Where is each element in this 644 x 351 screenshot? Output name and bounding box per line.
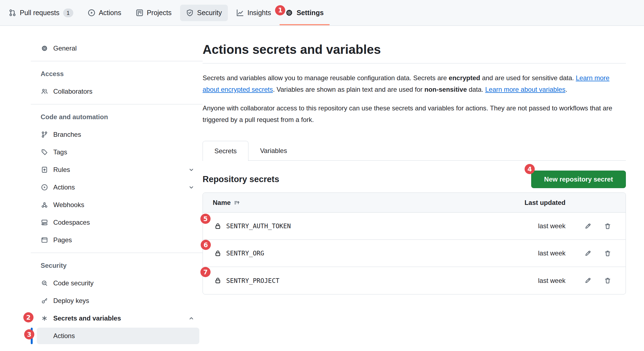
sidebar-item-tags[interactable]: Tags [31, 143, 203, 161]
secret-name-cell: SENTRY_PROJECT [203, 277, 524, 284]
secrets-and-variables-panel: Actions secrets and variables Secrets an… [203, 26, 626, 345]
secret-name-cell: SENTRY_AUTH_TOKEN [203, 222, 524, 230]
sidebar-item-general[interactable]: General [31, 40, 203, 57]
delete-secret-button[interactable] [601, 247, 614, 260]
sidebar-item-label: General [53, 44, 77, 52]
nav-tab-security[interactable]: Security [180, 5, 228, 21]
row-actions [565, 274, 626, 287]
edit-secret-button[interactable] [581, 274, 594, 287]
delete-secret-button[interactable] [601, 274, 614, 287]
secret-name: SENTRY_PROJECT [226, 277, 279, 284]
annotation-badge-6: 6 [201, 240, 211, 250]
lock-icon [214, 250, 221, 257]
table-row-secret: 7 SENTRY_PROJECT last week [203, 267, 626, 294]
sidebar-item-label: Deploy keys [53, 297, 89, 305]
table-header-row: Name Last updated [203, 193, 626, 213]
sidebar-item-code-security[interactable]: Code security [31, 274, 203, 292]
nav-tab-insights[interactable]: Insights [230, 5, 277, 21]
sidebar-item-label: Collaborators [53, 88, 93, 95]
last-updated-value: last week [524, 249, 565, 257]
annotation-badge-7: 7 [200, 267, 211, 277]
sidebar-item-label: Tags [53, 148, 67, 156]
nav-tab-label: Actions [99, 9, 121, 17]
lock-icon [214, 277, 221, 284]
annotation-badge-1: 1 [275, 5, 285, 15]
annotation-badge-5: 5 [200, 214, 211, 224]
intro-text: Secrets and variables allow you to manag… [203, 74, 449, 82]
intro-text: data. [467, 86, 485, 93]
gear-icon [41, 45, 48, 52]
sidebar-subitem-actions[interactable]: 3 Actions [31, 327, 203, 345]
sidebar-item-collaborators[interactable]: Collaborators [31, 83, 203, 100]
link-learn-variables[interactable]: Learn more about variables [485, 86, 565, 93]
play-icon [88, 9, 95, 16]
edit-secret-button[interactable] [581, 219, 594, 233]
sidebar-item-deploy-keys[interactable]: Deploy keys [31, 292, 203, 310]
collaborator-access-paragraph: Anyone with collaborator access to this … [203, 102, 626, 126]
intro-bold-encrypted: encrypted [449, 74, 480, 82]
chevron-down-icon [188, 167, 194, 173]
nav-tab-label: Insights [247, 9, 271, 17]
intro-paragraph: Secrets and variables allow you to manag… [203, 72, 626, 95]
annotation-badge-2: 2 [23, 312, 33, 322]
column-header-last-updated: Last updated [524, 199, 565, 207]
column-header-name[interactable]: Name [203, 199, 524, 207]
sidebar-item-label: Codespaces [53, 219, 90, 226]
git-branch-icon [41, 131, 48, 138]
annotation-badge-3: 3 [24, 329, 34, 339]
repository-secrets-table: Name Last updated 5 SENTRY_AUTH_TO [203, 193, 626, 294]
codespaces-icon [41, 219, 48, 226]
secret-name-cell: SENTRY_ORG [203, 250, 524, 257]
sidebar-section-code-and-automation: Code and automation [31, 108, 203, 126]
sidebar-item-webhooks[interactable]: Webhooks [31, 196, 203, 214]
sidebar-section-access: Access [31, 65, 203, 83]
sidebar-item-label: Pages [53, 236, 72, 244]
intro-text: . [565, 86, 567, 93]
sidebar-item-secrets-and-variables[interactable]: 2 Secrets and variables [31, 310, 203, 327]
sidebar-divider [31, 253, 203, 253]
sidebar-section-security: Security [31, 257, 203, 274]
intro-text: . Variables are shown as plain text and … [273, 86, 424, 93]
shield-icon [186, 9, 194, 16]
sidebar-item-label: Actions [53, 183, 75, 191]
tab-variables[interactable]: Variables [248, 141, 298, 161]
github-repo-settings-page: Pull requests 1 Actions Projects Securit… [0, 0, 644, 351]
sidebar-divider [31, 61, 203, 61]
sort-ascending-icon [234, 200, 240, 206]
pull-requests-counter: 1 [63, 9, 73, 17]
repo-nav: Pull requests 1 Actions Projects Securit… [0, 0, 644, 26]
sidebar-item-rules[interactable]: Rules [31, 161, 203, 179]
sidebar-item-actions[interactable]: Actions [31, 179, 203, 196]
nav-tab-label: Projects [147, 9, 172, 17]
sidebar-subitem-label: Actions [53, 332, 75, 340]
page-title: Actions secrets and variables [203, 41, 626, 58]
codescan-icon [41, 280, 48, 286]
trash-icon [604, 277, 611, 284]
secret-name: SENTRY_ORG [226, 250, 264, 257]
new-repository-secret-button[interactable]: 4 New repository secret [531, 171, 626, 188]
asterisk-icon [41, 315, 48, 322]
tab-secrets[interactable]: Secrets [203, 141, 248, 161]
nav-tab-pull-requests[interactable]: Pull requests 1 [3, 5, 79, 21]
sidebar-divider [31, 104, 203, 104]
nav-tab-label: Pull requests [20, 9, 60, 17]
sidebar-item-pages[interactable]: Pages [31, 231, 203, 249]
sidebar-item-branches[interactable]: Branches [31, 126, 203, 143]
play-icon [41, 184, 48, 191]
sidebar-item-label: Code security [53, 279, 94, 287]
people-icon [41, 88, 48, 95]
nav-tab-actions[interactable]: Actions [82, 5, 127, 21]
edit-secret-button[interactable] [581, 247, 594, 260]
settings-layout: General Access Collaborators Code and au… [0, 26, 644, 345]
sidebar-item-label: Branches [53, 131, 81, 138]
gear-icon [285, 9, 293, 16]
nav-tab-settings[interactable]: 1 Settings [279, 5, 330, 21]
nav-tab-projects[interactable]: Projects [130, 5, 178, 21]
delete-secret-button[interactable] [601, 219, 614, 233]
sidebar-item-codespaces[interactable]: Codespaces [31, 214, 203, 231]
row-actions [565, 247, 626, 260]
nav-tab-label: Security [197, 9, 222, 17]
nav-tab-label: Settings [296, 9, 324, 17]
pencil-icon [584, 250, 591, 257]
chevron-up-icon [188, 315, 194, 321]
